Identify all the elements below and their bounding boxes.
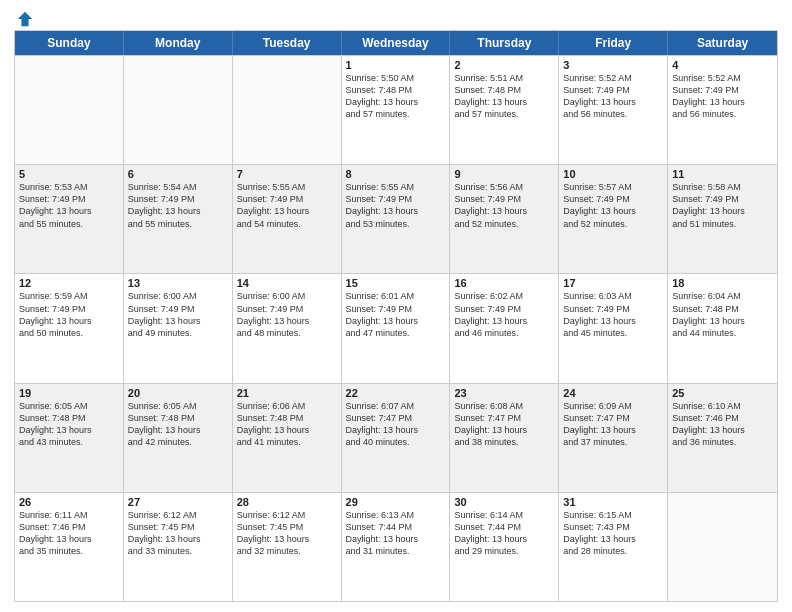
day-info: Sunrise: 5:52 AM Sunset: 7:49 PM Dayligh…	[563, 72, 663, 121]
weekday-header: Tuesday	[233, 31, 342, 55]
day-number: 18	[672, 277, 773, 289]
calendar-cell: 31Sunrise: 6:15 AM Sunset: 7:43 PM Dayli…	[559, 493, 668, 601]
calendar-cell: 19Sunrise: 6:05 AM Sunset: 7:48 PM Dayli…	[15, 384, 124, 492]
day-number: 9	[454, 168, 554, 180]
calendar-cell: 7Sunrise: 5:55 AM Sunset: 7:49 PM Daylig…	[233, 165, 342, 273]
calendar-cell: 23Sunrise: 6:08 AM Sunset: 7:47 PM Dayli…	[450, 384, 559, 492]
day-info: Sunrise: 6:12 AM Sunset: 7:45 PM Dayligh…	[128, 509, 228, 558]
day-number: 7	[237, 168, 337, 180]
calendar-cell: 4Sunrise: 5:52 AM Sunset: 7:49 PM Daylig…	[668, 56, 777, 164]
calendar-cell: 12Sunrise: 5:59 AM Sunset: 7:49 PM Dayli…	[15, 274, 124, 382]
day-number: 20	[128, 387, 228, 399]
day-info: Sunrise: 6:09 AM Sunset: 7:47 PM Dayligh…	[563, 400, 663, 449]
day-number: 13	[128, 277, 228, 289]
day-number: 5	[19, 168, 119, 180]
day-number: 11	[672, 168, 773, 180]
calendar-cell: 20Sunrise: 6:05 AM Sunset: 7:48 PM Dayli…	[124, 384, 233, 492]
calendar-cell: 6Sunrise: 5:54 AM Sunset: 7:49 PM Daylig…	[124, 165, 233, 273]
day-number: 27	[128, 496, 228, 508]
day-info: Sunrise: 5:59 AM Sunset: 7:49 PM Dayligh…	[19, 290, 119, 339]
calendar-row: 1Sunrise: 5:50 AM Sunset: 7:48 PM Daylig…	[15, 55, 777, 164]
day-info: Sunrise: 6:08 AM Sunset: 7:47 PM Dayligh…	[454, 400, 554, 449]
day-info: Sunrise: 5:58 AM Sunset: 7:49 PM Dayligh…	[672, 181, 773, 230]
calendar: SundayMondayTuesdayWednesdayThursdayFrid…	[14, 30, 778, 602]
calendar-cell: 3Sunrise: 5:52 AM Sunset: 7:49 PM Daylig…	[559, 56, 668, 164]
calendar-cell: 10Sunrise: 5:57 AM Sunset: 7:49 PM Dayli…	[559, 165, 668, 273]
day-info: Sunrise: 6:13 AM Sunset: 7:44 PM Dayligh…	[346, 509, 446, 558]
day-number: 12	[19, 277, 119, 289]
svg-marker-0	[18, 12, 32, 26]
day-info: Sunrise: 5:55 AM Sunset: 7:49 PM Dayligh…	[237, 181, 337, 230]
page: SundayMondayTuesdayWednesdayThursdayFrid…	[0, 0, 792, 612]
day-info: Sunrise: 6:01 AM Sunset: 7:49 PM Dayligh…	[346, 290, 446, 339]
day-info: Sunrise: 6:11 AM Sunset: 7:46 PM Dayligh…	[19, 509, 119, 558]
calendar-cell	[15, 56, 124, 164]
day-number: 6	[128, 168, 228, 180]
calendar-row: 12Sunrise: 5:59 AM Sunset: 7:49 PM Dayli…	[15, 273, 777, 382]
calendar-row: 19Sunrise: 6:05 AM Sunset: 7:48 PM Dayli…	[15, 383, 777, 492]
calendar-cell: 29Sunrise: 6:13 AM Sunset: 7:44 PM Dayli…	[342, 493, 451, 601]
weekday-header: Monday	[124, 31, 233, 55]
calendar-cell: 28Sunrise: 6:12 AM Sunset: 7:45 PM Dayli…	[233, 493, 342, 601]
day-number: 15	[346, 277, 446, 289]
logo-icon	[16, 10, 34, 28]
day-number: 21	[237, 387, 337, 399]
day-info: Sunrise: 6:02 AM Sunset: 7:49 PM Dayligh…	[454, 290, 554, 339]
calendar-cell: 18Sunrise: 6:04 AM Sunset: 7:48 PM Dayli…	[668, 274, 777, 382]
day-number: 26	[19, 496, 119, 508]
day-info: Sunrise: 6:15 AM Sunset: 7:43 PM Dayligh…	[563, 509, 663, 558]
calendar-cell	[668, 493, 777, 601]
calendar-cell: 5Sunrise: 5:53 AM Sunset: 7:49 PM Daylig…	[15, 165, 124, 273]
day-number: 24	[563, 387, 663, 399]
day-info: Sunrise: 6:14 AM Sunset: 7:44 PM Dayligh…	[454, 509, 554, 558]
day-number: 4	[672, 59, 773, 71]
day-number: 23	[454, 387, 554, 399]
logo	[14, 10, 34, 24]
calendar-cell: 11Sunrise: 5:58 AM Sunset: 7:49 PM Dayli…	[668, 165, 777, 273]
calendar-cell	[233, 56, 342, 164]
weekday-header: Thursday	[450, 31, 559, 55]
day-info: Sunrise: 6:10 AM Sunset: 7:46 PM Dayligh…	[672, 400, 773, 449]
day-info: Sunrise: 5:57 AM Sunset: 7:49 PM Dayligh…	[563, 181, 663, 230]
calendar-cell	[124, 56, 233, 164]
day-number: 2	[454, 59, 554, 71]
day-number: 8	[346, 168, 446, 180]
calendar-cell: 8Sunrise: 5:55 AM Sunset: 7:49 PM Daylig…	[342, 165, 451, 273]
day-number: 31	[563, 496, 663, 508]
calendar-cell: 14Sunrise: 6:00 AM Sunset: 7:49 PM Dayli…	[233, 274, 342, 382]
day-info: Sunrise: 5:52 AM Sunset: 7:49 PM Dayligh…	[672, 72, 773, 121]
day-number: 25	[672, 387, 773, 399]
calendar-cell: 21Sunrise: 6:06 AM Sunset: 7:48 PM Dayli…	[233, 384, 342, 492]
weekday-header: Sunday	[15, 31, 124, 55]
day-number: 30	[454, 496, 554, 508]
calendar-cell: 2Sunrise: 5:51 AM Sunset: 7:48 PM Daylig…	[450, 56, 559, 164]
day-number: 22	[346, 387, 446, 399]
weekday-header: Saturday	[668, 31, 777, 55]
calendar-cell: 30Sunrise: 6:14 AM Sunset: 7:44 PM Dayli…	[450, 493, 559, 601]
day-info: Sunrise: 5:53 AM Sunset: 7:49 PM Dayligh…	[19, 181, 119, 230]
day-info: Sunrise: 6:06 AM Sunset: 7:48 PM Dayligh…	[237, 400, 337, 449]
header	[14, 10, 778, 24]
day-number: 29	[346, 496, 446, 508]
day-info: Sunrise: 6:07 AM Sunset: 7:47 PM Dayligh…	[346, 400, 446, 449]
calendar-cell: 17Sunrise: 6:03 AM Sunset: 7:49 PM Dayli…	[559, 274, 668, 382]
calendar-cell: 26Sunrise: 6:11 AM Sunset: 7:46 PM Dayli…	[15, 493, 124, 601]
day-number: 10	[563, 168, 663, 180]
day-info: Sunrise: 6:03 AM Sunset: 7:49 PM Dayligh…	[563, 290, 663, 339]
calendar-cell: 24Sunrise: 6:09 AM Sunset: 7:47 PM Dayli…	[559, 384, 668, 492]
day-number: 14	[237, 277, 337, 289]
day-info: Sunrise: 5:50 AM Sunset: 7:48 PM Dayligh…	[346, 72, 446, 121]
day-number: 17	[563, 277, 663, 289]
calendar-row: 26Sunrise: 6:11 AM Sunset: 7:46 PM Dayli…	[15, 492, 777, 601]
day-info: Sunrise: 6:05 AM Sunset: 7:48 PM Dayligh…	[19, 400, 119, 449]
weekday-header: Wednesday	[342, 31, 451, 55]
day-number: 19	[19, 387, 119, 399]
calendar-cell: 25Sunrise: 6:10 AM Sunset: 7:46 PM Dayli…	[668, 384, 777, 492]
day-info: Sunrise: 6:05 AM Sunset: 7:48 PM Dayligh…	[128, 400, 228, 449]
day-info: Sunrise: 5:56 AM Sunset: 7:49 PM Dayligh…	[454, 181, 554, 230]
day-info: Sunrise: 6:00 AM Sunset: 7:49 PM Dayligh…	[237, 290, 337, 339]
day-info: Sunrise: 6:04 AM Sunset: 7:48 PM Dayligh…	[672, 290, 773, 339]
calendar-header-row: SundayMondayTuesdayWednesdayThursdayFrid…	[15, 31, 777, 55]
calendar-body: 1Sunrise: 5:50 AM Sunset: 7:48 PM Daylig…	[15, 55, 777, 601]
day-number: 3	[563, 59, 663, 71]
